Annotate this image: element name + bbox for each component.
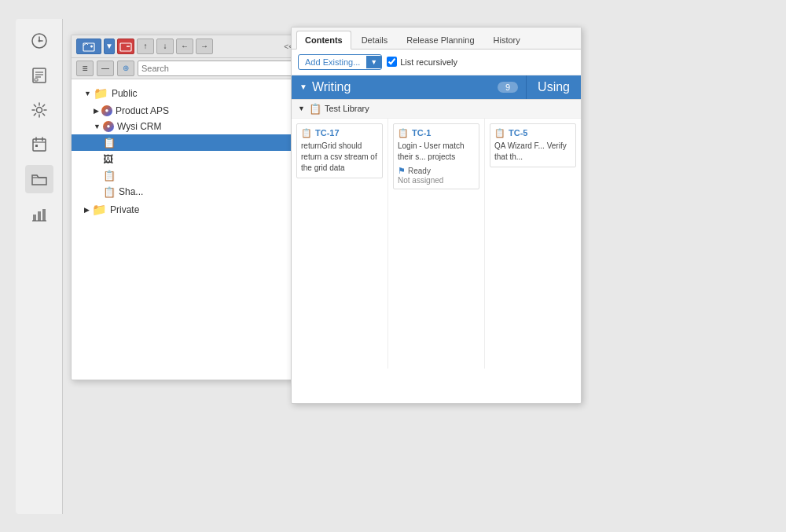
sha-icon: 📋 (103, 186, 116, 198)
tc1-flag-icon: ⚑ (398, 166, 406, 176)
tree-item-sha[interactable]: 📋 Sha... (72, 184, 298, 200)
sidebar-icon-calendar[interactable] (25, 130, 53, 159)
tab-history[interactable]: History (485, 31, 529, 49)
tc1-body: Login - User match their s... projects (398, 141, 475, 163)
tc5-icon: 📋 (494, 128, 505, 138)
test-cards-area: 📋 TC-17 returnGrid should return a csv s… (292, 119, 581, 369)
sidebar-icon-settings[interactable] (25, 96, 53, 124)
wysi-crm-label: Wysi CRM (117, 121, 162, 132)
tc1-icon: 📋 (398, 128, 409, 138)
tc5-id: TC-5 (509, 128, 527, 138)
list-recursively-control: List recursively (387, 57, 457, 67)
private-folder-icon: 📁 (92, 203, 107, 217)
wysi-sub1-icon: 📋 (103, 137, 116, 149)
writing-label: Writing (312, 80, 351, 94)
using-section[interactable]: Using (526, 75, 581, 99)
add-dropdown-btn[interactable]: ▼ (104, 39, 115, 54)
tc17-icon: 📋 (301, 128, 312, 138)
move-down-btn[interactable]: ↓ (156, 39, 174, 54)
svg-rect-14 (38, 211, 41, 221)
tree-item-private[interactable]: ▶ 📁 Private (72, 200, 298, 219)
tc1-assignee: Not assigned (398, 176, 475, 185)
sidebar-icon-document[interactable] (25, 61, 53, 90)
tree-item-wysi-sub2[interactable]: 🖼 (72, 151, 298, 167)
section-header-label: Test Library (325, 104, 369, 113)
test-card-column-3: 📋 TC-5 QA Wizard F... Verify that th... (485, 119, 581, 369)
file-tree-toolbar: ▼ ↑ ↓ ← → << (72, 35, 298, 58)
move-up-btn[interactable]: ↑ (137, 39, 154, 54)
tab-release-planning[interactable]: Release Planning (398, 31, 483, 49)
tree-item-wysi-crm[interactable]: ▼ ● Wysi CRM (72, 119, 298, 134)
product-aps-label: Product APS (116, 105, 169, 116)
tree-search-input[interactable] (138, 61, 293, 76)
list-recursively-label: List recursively (400, 57, 457, 67)
writing-using-row: ▼ Writing 9 Using (292, 75, 581, 100)
add-existing-btn[interactable]: Add Existing... ▼ (298, 54, 382, 70)
tabs-bar: Contents Details Release Planning Histor… (292, 28, 581, 50)
product-aps-icon: ● (101, 105, 112, 116)
wysi-sub3-icon: 📋 (103, 170, 116, 182)
sha-label: Sha... (119, 186, 143, 197)
svg-rect-15 (42, 209, 46, 221)
private-label: Private (110, 204, 139, 215)
main-container: ▼ ↑ ↓ ← → << ≡ — (16, 19, 770, 514)
add-folder-btn[interactable] (76, 39, 101, 54)
tc1-status: ⚑ Ready (398, 166, 475, 176)
wysi-sub2-icon: 🖼 (103, 153, 113, 165)
using-label: Using (538, 80, 570, 94)
add-existing-label: Add Existing... (299, 55, 366, 69)
product-aps-arrow: ▶ (94, 107, 99, 115)
wysi-crm-arrow: ▼ (94, 123, 101, 130)
writing-arrow: ▼ (299, 83, 307, 91)
test-card-column-2: 📋 TC-1 Login - User match their s... pro… (388, 119, 485, 369)
remove-btn[interactable] (117, 39, 134, 54)
svg-point-1 (38, 39, 40, 42)
test-card-tc1: 📋 TC-1 Login - User match their s... pro… (393, 123, 479, 189)
test-card-tc5: 📋 TC-5 QA Wizard F... Verify that th... (490, 123, 576, 167)
add-existing-arrow[interactable]: ▼ (366, 56, 381, 68)
tc17-body: returnGrid should return a csv stream of… (301, 141, 378, 174)
svg-rect-6 (35, 79, 38, 81)
contents-section-header: ▼ 📋 Test Library (292, 100, 581, 119)
tree-item-product-aps[interactable]: ▶ ● Product APS (72, 103, 298, 119)
file-tree-panel: ▼ ↑ ↓ ← → << ≡ — (71, 35, 299, 380)
test-card-column-1: 📋 TC-17 returnGrid should return a csv s… (292, 119, 388, 369)
svg-rect-13 (33, 215, 36, 221)
sidebar-icon-folder[interactable] (25, 165, 53, 193)
outdent-btn[interactable]: — (97, 61, 114, 76)
svg-rect-8 (33, 139, 46, 151)
sidebar (16, 19, 63, 514)
tree-content: ▼ 📁 Public ▶ ● Product APS ▼ ● Wysi CRM (72, 79, 298, 361)
crosshair-btn[interactable]: ⊕ (117, 61, 134, 76)
writing-count-badge: 9 (498, 82, 518, 93)
section-icon: 📋 (309, 103, 321, 115)
tc5-body: QA Wizard F... Verify that th... (494, 141, 571, 163)
tc1-id: TC-1 (412, 128, 431, 138)
panels-area: ▼ ↑ ↓ ← → << ≡ — (63, 19, 770, 514)
contents-toolbar: Add Existing... ▼ List recursively (292, 50, 581, 75)
wysi-crm-icon: ● (103, 121, 114, 132)
list-recursively-checkbox[interactable] (387, 57, 397, 67)
move-left-btn[interactable]: ← (176, 39, 193, 54)
private-arrow: ▶ (84, 206, 90, 214)
tree-item-wysi-sub1[interactable]: 📋 (72, 134, 298, 151)
tab-contents[interactable]: Contents (296, 31, 351, 50)
tc1-header: 📋 TC-1 (398, 128, 475, 138)
move-right-btn[interactable]: → (196, 39, 213, 54)
tc17-id: TC-17 (315, 128, 340, 138)
tree-item-wysi-sub3[interactable]: 📋 (72, 167, 298, 184)
svg-rect-12 (35, 145, 38, 147)
contents-panel: Contents Details Release Planning Histor… (291, 27, 582, 404)
public-arrow: ▼ (84, 90, 91, 97)
indent-btn[interactable]: ≡ (76, 61, 94, 76)
tree-item-public[interactable]: ▼ 📁 Public (72, 84, 298, 103)
tab-details[interactable]: Details (353, 31, 397, 49)
writing-section: ▼ Writing 9 (292, 75, 526, 99)
sidebar-icon-chart[interactable] (25, 200, 53, 228)
test-card-tc17: 📋 TC-17 returnGrid should return a csv s… (296, 123, 383, 178)
sidebar-icon-dashboard[interactable] (25, 27, 53, 55)
section-arrow: ▼ (298, 105, 305, 112)
public-folder-icon: 📁 (94, 86, 108, 101)
tc17-header: 📋 TC-17 (301, 128, 378, 138)
file-tree-toolbar-row2: ≡ — ⊕ (72, 58, 298, 79)
